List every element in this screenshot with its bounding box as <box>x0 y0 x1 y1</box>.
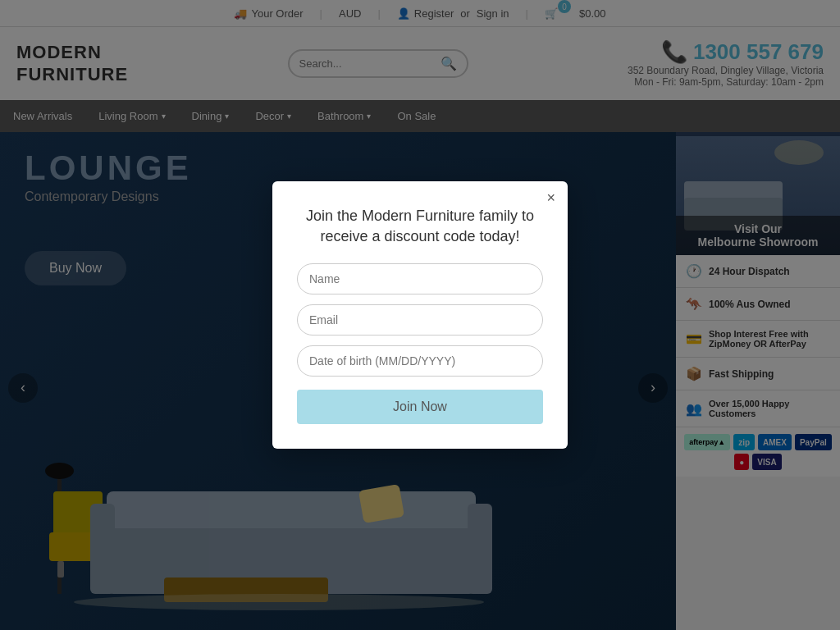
join-now-button[interactable]: Join Now <box>297 390 543 424</box>
email-input[interactable] <box>297 304 543 336</box>
modal: × Join the Modern Furniture family to re… <box>272 181 568 449</box>
modal-close-button[interactable]: × <box>546 189 555 207</box>
modal-overlay[interactable]: × Join the Modern Furniture family to re… <box>0 0 840 630</box>
modal-title: Join the Modern Furniture family to rece… <box>297 206 543 247</box>
dob-input[interactable] <box>297 345 543 377</box>
name-input[interactable] <box>297 263 543 294</box>
